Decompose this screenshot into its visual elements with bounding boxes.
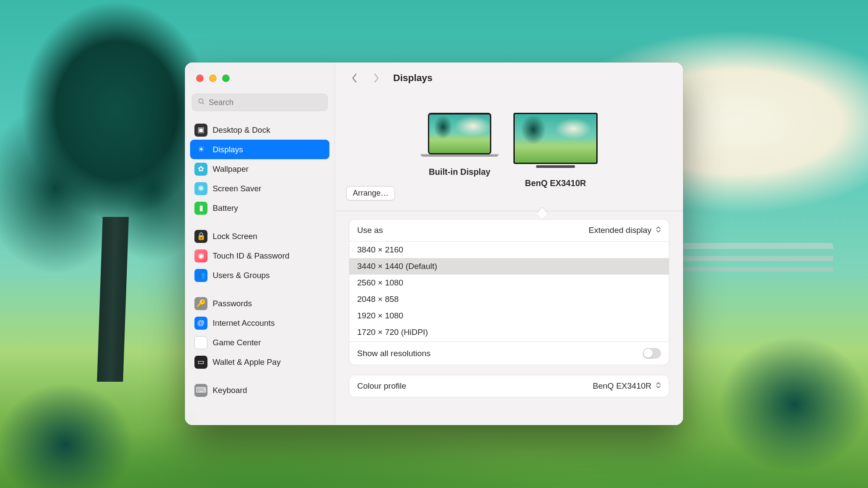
monitor-thumbnail — [513, 113, 598, 164]
svg-point-0 — [199, 99, 203, 103]
sidebar-item-label: Game Center — [213, 338, 261, 347]
display-arrangement-area: Arrange… Built-in DisplayBenQ EX3410R — [335, 94, 683, 211]
minimize-button[interactable] — [209, 75, 217, 82]
sidebar-item-label: Touch ID & Password — [213, 251, 289, 261]
sidebar-item-label: Lock Screen — [213, 232, 257, 241]
colour-profile-row[interactable]: Colour profile BenQ EX3410R — [349, 375, 669, 397]
sidebar-item-keyboard[interactable]: ⌨Keyboard — [190, 380, 329, 400]
ia-icon: @ — [194, 317, 207, 330]
sidebar-item-displays[interactable]: ☀Displays — [190, 140, 329, 159]
sidebar-item-game-center[interactable]: ◆Game Center — [190, 333, 329, 352]
sidebar-item-label: Keyboard — [213, 386, 247, 395]
resolution-option[interactable]: 2560 × 1080 — [349, 275, 669, 291]
system-settings-window: ✋Privacy & Security▣Desktop & Dock☀Displ… — [185, 62, 683, 425]
sidebar-item-wallpaper[interactable]: ✿Wallpaper — [190, 159, 329, 179]
colour-profile-label: Colour profile — [357, 381, 406, 391]
popup-caret-icon — [656, 226, 661, 235]
colour-profile-value: BenQ EX3410R — [593, 381, 651, 391]
sidebar-item-label: Wallpaper — [213, 164, 249, 174]
display-label: Built-in Display — [429, 167, 490, 177]
sidebar-item-label: Wallet & Apple Pay — [213, 357, 281, 367]
sidebar-item-screen-saver[interactable]: ❋Screen Saver — [190, 179, 329, 198]
resolution-panel: Use as Extended display 3840 × 21603440 … — [349, 219, 669, 365]
colour-profile-panel: Colour profile BenQ EX3410R — [349, 375, 669, 397]
disp-icon: ☀ — [194, 143, 207, 156]
sidebar-item-privacy-security[interactable]: ✋Privacy & Security — [190, 117, 329, 120]
search-icon — [197, 98, 205, 107]
close-button[interactable] — [196, 75, 204, 82]
window-traffic-lights — [185, 62, 335, 94]
sidebar-item-label: Displays — [213, 145, 243, 154]
wall-icon: ✿ — [194, 163, 207, 176]
use-as-row[interactable]: Use as Extended display — [349, 219, 669, 241]
resolution-option[interactable]: 1920 × 1080 — [349, 308, 669, 324]
sidebar-item-users-groups[interactable]: 👥Users & Groups — [190, 265, 329, 285]
forward-button[interactable] — [370, 72, 383, 85]
show-all-resolutions-toggle[interactable] — [643, 348, 661, 359]
use-as-value: Extended display — [589, 226, 651, 235]
sidebar-item-internet-accounts[interactable]: @Internet Accounts — [190, 313, 329, 333]
back-button[interactable] — [348, 72, 361, 85]
sidebar-item-label: Internet Accounts — [213, 318, 275, 328]
sidebar-item-label: Users & Groups — [213, 271, 270, 280]
display-label: BenQ EX3410R — [525, 178, 586, 188]
sidebar-item-touch-id-password[interactable]: ◉Touch ID & Password — [190, 246, 329, 265]
dock-icon: ▣ — [194, 124, 207, 137]
kb-icon: ⌨ — [194, 384, 207, 397]
show-all-resolutions-label: Show all resolutions — [357, 349, 431, 358]
sidebar-item-label: Battery — [213, 203, 238, 213]
svg-line-1 — [202, 102, 204, 104]
popup-caret-icon — [656, 381, 661, 391]
selected-display-caret — [537, 205, 547, 211]
sidebar-item-passwords[interactable]: 🔑Passwords — [190, 294, 329, 313]
touch-icon: ◉ — [194, 249, 207, 262]
sidebar-item-label: Desktop & Dock — [213, 125, 270, 135]
resolution-option[interactable]: 2048 × 858 — [349, 291, 669, 308]
users-icon: 👥 — [194, 269, 207, 282]
sidebar: ✋Privacy & Security▣Desktop & Dock☀Displ… — [185, 62, 335, 425]
resolution-option[interactable]: 3840 × 2160 — [349, 242, 669, 258]
search-input[interactable] — [209, 98, 322, 107]
ss-icon: ❋ — [194, 182, 207, 195]
content-pane: Displays Arrange… Built-in DisplayBenQ E… — [335, 62, 683, 425]
colour-profile-popup[interactable]: BenQ EX3410R — [593, 381, 661, 391]
display-benq-ex3410r[interactable]: BenQ EX3410R — [513, 113, 598, 188]
resolution-list[interactable]: 3840 × 21603440 × 1440 (Default)2560 × 1… — [349, 242, 669, 341]
sidebar-item-label: Screen Saver — [213, 184, 261, 193]
pw-icon: 🔑 — [194, 297, 207, 310]
use-as-popup[interactable]: Extended display — [589, 226, 661, 235]
content-header: Displays — [335, 62, 683, 94]
search-field[interactable] — [192, 94, 328, 111]
sidebar-item-label: Passwords — [213, 299, 252, 308]
show-all-resolutions-row: Show all resolutions — [349, 342, 669, 365]
laptop-thumbnail — [428, 113, 491, 154]
use-as-label: Use as — [357, 226, 383, 235]
resolution-option[interactable]: 1720 × 720 (HiDPI) — [349, 324, 669, 341]
bat-icon: ▮ — [194, 202, 207, 215]
sidebar-item-battery[interactable]: ▮Battery — [190, 198, 329, 218]
gc-icon: ◆ — [194, 336, 207, 349]
page-title: Displays — [393, 72, 433, 84]
wallet-icon: ▭ — [194, 356, 207, 369]
maximize-button[interactable] — [222, 75, 230, 82]
display-built-in-display[interactable]: Built-in Display — [421, 113, 499, 177]
sidebar-item-desktop-dock[interactable]: ▣Desktop & Dock — [190, 120, 329, 140]
resolution-option[interactable]: 3440 × 1440 (Default) — [349, 258, 669, 275]
sidebar-item-wallet-apple-pay[interactable]: ▭Wallet & Apple Pay — [190, 352, 329, 372]
sidebar-item-lock-screen[interactable]: 🔒Lock Screen — [190, 226, 329, 246]
lock-icon: 🔒 — [194, 230, 207, 243]
sidebar-list[interactable]: ✋Privacy & Security▣Desktop & Dock☀Displ… — [185, 117, 335, 425]
